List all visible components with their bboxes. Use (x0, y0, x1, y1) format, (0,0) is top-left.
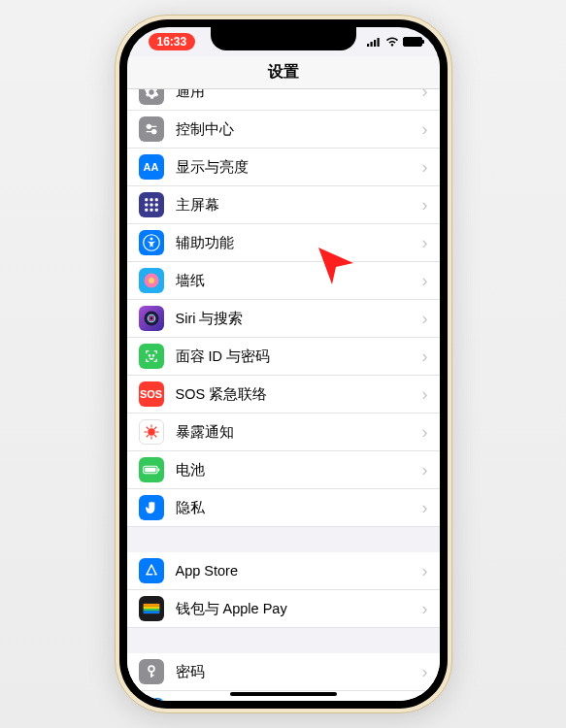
row-label: 控制中心 (176, 120, 422, 139)
settings-row-passwords[interactable]: 密码› (127, 653, 440, 691)
siri-search-icon (139, 306, 164, 331)
chevron-right-icon: › (422, 309, 428, 329)
row-label: App Store (176, 563, 422, 579)
status-time-pill[interactable]: 16:33 (149, 33, 196, 50)
svg-rect-14 (150, 204, 152, 207)
svg-rect-46 (150, 671, 152, 677)
signal-icon (367, 37, 382, 47)
wallpaper-icon (139, 268, 164, 293)
svg-rect-10 (145, 198, 148, 201)
sos-icon: SOS (139, 381, 164, 407)
chevron-right-icon: › (422, 662, 428, 682)
row-label: 隐私 (176, 499, 422, 517)
settings-row-control-center[interactable]: 控制中心› (127, 111, 440, 149)
svg-point-27 (152, 355, 153, 356)
settings-row-privacy[interactable]: 隐私› (127, 489, 440, 527)
chevron-right-icon: › (422, 422, 428, 443)
wifi-icon (385, 37, 399, 47)
svg-point-26 (149, 355, 150, 356)
svg-rect-39 (157, 469, 159, 472)
wallet-icon (139, 596, 164, 621)
battery-icon (139, 457, 164, 482)
svg-rect-44 (143, 612, 159, 614)
settings-list[interactable]: 通用›控制中心›AA显示与亮度›主屏幕›辅助功能›墙纸›Siri 与搜索›面容 … (127, 89, 440, 701)
settings-row-faceid[interactable]: 面容 ID 与密码› (127, 338, 440, 376)
exposure-icon (139, 419, 164, 445)
svg-rect-13 (145, 204, 148, 207)
svg-point-20 (150, 237, 152, 240)
settings-row-general[interactable]: 通用› (127, 89, 440, 111)
row-label: 辅助功能 (176, 234, 422, 252)
svg-point-22 (149, 278, 154, 283)
row-label: 墙纸 (176, 272, 422, 290)
settings-row-siri-search[interactable]: Siri 与搜索› (127, 300, 440, 338)
chevron-right-icon: › (422, 157, 428, 178)
svg-rect-2 (374, 40, 376, 47)
settings-row-wallpaper[interactable]: 墙纸› (127, 262, 440, 300)
phone-bezel: 16:33 设置 通用›控制中心›AA显示与亮度›主屏幕›辅助功能›墙纸›Sir… (119, 19, 448, 709)
settings-row-accessibility[interactable]: 辅助功能› (127, 224, 440, 262)
svg-rect-38 (145, 468, 155, 473)
nav-header: 设置 (127, 56, 440, 89)
svg-point-23 (144, 312, 158, 326)
svg-rect-11 (150, 198, 152, 201)
chevron-right-icon: › (422, 89, 428, 102)
partial-row[interactable]: 通用› (127, 89, 440, 111)
status-right (367, 37, 422, 47)
group-separator (127, 527, 440, 552)
svg-rect-47 (150, 675, 154, 676)
app-store-icon (139, 558, 164, 583)
row-label: 电池 (176, 461, 422, 480)
phone-frame: 16:33 设置 通用›控制中心›AA显示与亮度›主屏幕›辅助功能›墙纸›Sir… (115, 15, 452, 713)
svg-rect-42 (143, 607, 159, 610)
privacy-icon (139, 495, 164, 520)
svg-rect-15 (154, 204, 157, 207)
home-screen-icon (139, 192, 164, 217)
display-icon: AA (139, 154, 164, 180)
chevron-right-icon: › (422, 561, 428, 581)
svg-rect-17 (150, 209, 152, 212)
svg-point-4 (147, 124, 150, 128)
row-label: SOS 紧急联络 (176, 385, 422, 404)
settings-row-home-screen[interactable]: 主屏幕› (127, 186, 440, 224)
chevron-right-icon: › (422, 384, 428, 405)
svg-point-28 (148, 428, 155, 436)
settings-row-sos[interactable]: SOSSOS 紧急联络› (127, 376, 440, 414)
chevron-right-icon: › (422, 119, 428, 140)
svg-rect-16 (145, 209, 148, 212)
row-label: Siri 与搜索 (176, 310, 422, 328)
chevron-right-icon: › (422, 700, 428, 701)
settings-row-exposure[interactable]: 暴露通知› (127, 414, 440, 451)
row-label: 密码 (176, 663, 422, 681)
chevron-right-icon: › (422, 347, 428, 367)
home-indicator[interactable] (230, 692, 337, 696)
chevron-right-icon: › (422, 599, 428, 619)
svg-point-7 (151, 130, 155, 134)
svg-rect-1 (370, 42, 372, 47)
settings-row-display[interactable]: AA显示与亮度› (127, 149, 440, 186)
row-label: 暴露通知 (176, 423, 422, 442)
settings-row-wallet[interactable]: 钱包与 Apple Pay› (127, 590, 440, 628)
battery-icon (403, 37, 422, 47)
svg-point-45 (149, 666, 154, 672)
svg-rect-0 (367, 44, 369, 47)
chevron-right-icon: › (422, 195, 428, 215)
row-label: 钱包与 Apple Pay (176, 600, 422, 618)
svg-rect-18 (154, 209, 157, 212)
svg-rect-43 (143, 609, 159, 612)
group-separator (127, 628, 440, 653)
row-label: 通用 (176, 89, 422, 101)
passwords-icon (139, 659, 164, 684)
svg-rect-3 (377, 38, 379, 47)
settings-row-battery[interactable]: 电池› (127, 451, 440, 489)
svg-line-33 (146, 427, 148, 429)
svg-rect-12 (154, 198, 157, 201)
svg-line-34 (154, 435, 156, 437)
row-label: 主屏幕 (176, 196, 422, 215)
row-label: 显示与亮度 (176, 158, 422, 177)
svg-line-35 (146, 435, 148, 437)
settings-row-app-store[interactable]: App Store› (127, 552, 440, 590)
screen: 16:33 设置 通用›控制中心›AA显示与亮度›主屏幕›辅助功能›墙纸›Sir… (127, 27, 440, 701)
chevron-right-icon: › (422, 271, 428, 291)
svg-line-36 (154, 427, 156, 429)
